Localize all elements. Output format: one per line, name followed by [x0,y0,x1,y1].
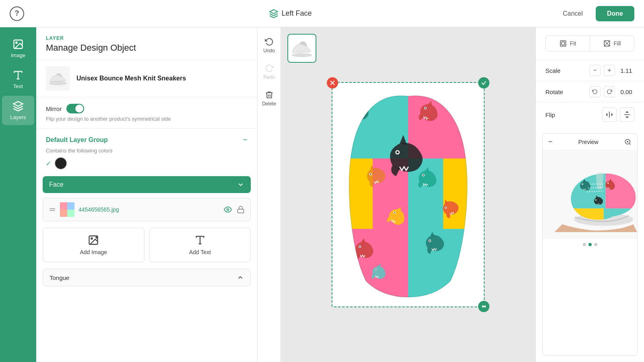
reorder-icon [49,206,56,213]
preview-sneaker-svg [543,156,637,233]
product-thumbnail [46,66,70,90]
preview-dot-2[interactable] [588,243,592,246]
cancel-button[interactable]: Cancel [556,7,589,21]
trash-icon [265,90,274,99]
flip-h-icon [605,111,613,119]
rotate-label: Rotate [545,88,563,95]
handle-bottom-right[interactable] [478,301,489,312]
undo-button[interactable]: Undo [260,34,279,57]
preview-dot-3[interactable] [594,243,597,246]
layers-section: Default Layer Group − Contains the follo… [36,129,257,362]
scale-increase-button[interactable]: + [604,65,615,76]
design-canvas[interactable] [332,82,485,307]
preview-label: Preview [578,139,599,145]
svg-point-34 [354,109,355,110]
handle-top-right[interactable] [478,77,489,88]
fit-icon [559,40,567,47]
tongue-header[interactable]: Tongue [43,269,250,286]
rotate-row: Rotate 0.00 [536,81,644,103]
fill-icon [603,40,611,47]
svg-rect-53 [560,41,566,46]
svg-rect-31 [338,229,408,299]
svg-point-46 [396,151,398,153]
fit-button[interactable]: Fit [545,35,590,51]
color-swatches: ✓ [36,157,257,176]
preview-image-area [543,150,637,239]
file-row[interactable]: 4454656565.jpg [43,198,251,221]
svg-rect-12 [60,210,67,217]
flip-label: Flip [545,111,555,118]
fit-fill-section: Fit Fill [536,27,644,60]
mirror-description: Flip your design to another product's sy… [46,116,248,122]
lock-icon[interactable] [237,206,245,214]
layers-sidebar-icon [12,101,24,112]
undo-icon [265,37,274,46]
face-dropdown[interactable]: Face [43,176,251,193]
file-thumb-image [60,202,74,217]
canvas-area: Undo Redo Delete [258,27,535,362]
right-panel: Fit Fill Scale − + 1.11 Ro [535,27,644,362]
preview-dot-1[interactable] [583,243,586,246]
flip-horizontal-button[interactable] [602,107,617,122]
delete-handle-icon [330,80,335,86]
rotate-ccw-icon [592,89,598,95]
flip-vertical-button[interactable] [620,107,634,122]
sidebar-item-image[interactable]: Image [2,34,34,63]
add-text-button[interactable]: Add Text [149,228,251,262]
help-button[interactable]: ? [10,6,24,21]
sidebar-text-label: Text [13,83,23,89]
mirror-row: Mirror [46,104,248,113]
panel-title: Manage Design Object [46,43,248,53]
done-button[interactable]: Done [596,6,634,21]
sidebar-item-text[interactable]: Text [2,65,34,94]
svg-rect-15 [238,209,244,213]
product-name: Unisex Bounce Mesh Knit Sneakers [76,75,186,82]
fit-fill-row: Fit Fill [545,35,634,51]
rotate-cw-icon [607,89,612,95]
color-swatch-black[interactable] [54,157,67,170]
svg-point-33 [353,108,356,110]
mirror-label: Mirror [46,105,62,112]
toggle-track[interactable] [66,104,84,113]
mirror-section: Mirror Flip your design to another produ… [36,97,257,129]
chevron-down-icon [237,181,244,188]
face-label: Face [49,181,64,188]
svg-marker-5 [13,101,23,106]
file-name: 4454656565.jpg [78,206,119,213]
header-title: Left Face [282,9,312,18]
header-title-area: Left Face [269,9,312,19]
sidebar-item-layers[interactable]: Layers [2,96,34,125]
rotate-cw-button[interactable] [604,86,615,97]
preview-minus[interactable]: − [548,138,553,146]
icon-sidebar: Image Text Layers [0,27,36,362]
layer-group-header[interactable]: Default Layer Group − [36,129,257,148]
header: ? Left Face Cancel Done [0,0,644,27]
rotate-ccw-button[interactable] [589,86,601,97]
redo-button[interactable]: Redo [260,60,279,84]
preview-dots [543,239,637,250]
tongue-section: Tongue [43,269,251,286]
mirror-toggle[interactable] [66,104,84,113]
handle-top-left[interactable] [327,77,338,88]
svg-rect-13 [67,210,74,217]
svg-rect-11 [67,202,74,210]
image-icon [12,39,24,50]
rotate-controls: 0.00 [589,86,634,97]
preview-zoom-icon[interactable] [624,138,632,146]
flip-buttons [602,107,634,122]
eye-icon[interactable] [224,206,232,214]
flip-row: Flip [536,103,644,127]
add-image-button[interactable]: Add Image [43,228,144,262]
scale-row: Scale − + 1.11 [536,60,644,81]
scale-decrease-button[interactable]: − [589,65,601,76]
svg-point-65 [582,183,583,185]
svg-point-14 [227,209,229,211]
fill-button[interactable]: Fill [590,35,634,51]
delete-button[interactable]: Delete [260,87,279,110]
scale-controls: − + 1.11 [589,65,634,76]
tongue-label: Tongue [50,274,69,281]
main-layout: Image Text Layers LAYER Manage Design Ob… [0,27,644,362]
collapse-icon[interactable]: − [243,135,248,144]
file-actions [224,206,245,214]
file-row-left: 4454656565.jpg [49,202,119,217]
